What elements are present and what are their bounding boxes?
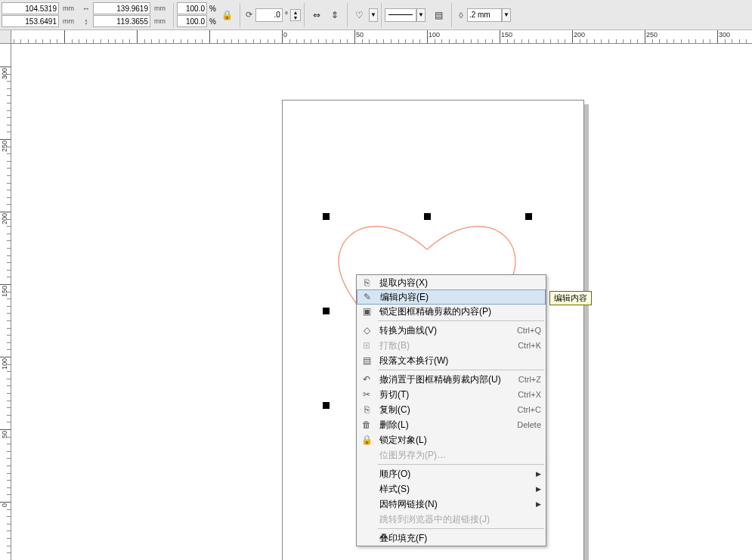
menu-label: 顺序(O) xyxy=(376,468,531,481)
break-icon: ⊞ xyxy=(357,340,376,351)
menu-lock-powerclip[interactable]: ▣ 锁定图框精确剪裁的内容(P) xyxy=(357,304,546,319)
context-menu: ⎘ 提取内容(X) ✎ 编辑内容(E) ▣ 锁定图框精确剪裁的内容(P) ◇ 转… xyxy=(356,274,546,546)
menu-break-apart: ⊞ 打散(B) Ctrl+K xyxy=(357,338,546,353)
mirror-v-button[interactable]: ⇕ xyxy=(326,7,343,23)
menu-shortcut: Ctrl+Q xyxy=(511,326,541,335)
unit-label: mm xyxy=(151,5,169,12)
lock-ratio-button[interactable]: 🔒 xyxy=(219,7,236,23)
menu-jump-to-hyperlink: 跳转到浏览器中的超链接(J) xyxy=(357,512,546,527)
position-y-input[interactable] xyxy=(2,15,59,27)
percent-label: % xyxy=(207,5,218,13)
rotation-spinner[interactable]: ▲▼ xyxy=(290,9,301,21)
menu-label: 删除(L) xyxy=(376,419,511,432)
unit-label: mm xyxy=(151,17,169,25)
toolbar-divider xyxy=(451,3,452,27)
menu-separator xyxy=(378,528,544,529)
menu-label: 位图另存为(P)… xyxy=(376,449,541,462)
delete-icon: 🗑 xyxy=(357,419,376,430)
submenu-arrow-icon: ▶ xyxy=(531,485,541,493)
scale-y-input[interactable] xyxy=(177,15,207,27)
height-icon: ↕ xyxy=(80,15,92,27)
selection-handle-n[interactable] xyxy=(424,213,431,220)
wrap-text-button[interactable]: ▤ xyxy=(431,7,447,23)
percent-label: % xyxy=(207,17,218,26)
menu-lock-object[interactable]: 🔒 锁定对象(L) xyxy=(357,432,546,447)
shape-heart-button[interactable]: ♡ xyxy=(351,7,368,23)
blurred-region xyxy=(646,492,752,560)
scale-group: % % xyxy=(177,2,218,27)
menu-label: 锁定对象(L) xyxy=(376,434,541,447)
menu-label: 剪切(T) xyxy=(376,388,512,401)
outline-style-preview[interactable] xyxy=(385,8,416,22)
mirror-h-button[interactable]: ⇔ xyxy=(308,7,325,23)
menu-label: 叠印填充(F) xyxy=(376,532,541,545)
menu-shortcut: Ctrl+C xyxy=(512,405,541,414)
menu-shortcut: Ctrl+X xyxy=(512,390,541,399)
degree-label: ° xyxy=(283,11,290,19)
menu-cut[interactable]: ✂ 剪切(T) Ctrl+X xyxy=(357,387,546,402)
rotation-input[interactable] xyxy=(255,8,283,22)
property-bar: mm mm ↔ mm ↕ mm % % 🔒 ⟳ ° ▲▼ ⇔ xyxy=(0,0,752,30)
selection-handle-sw[interactable] xyxy=(323,402,330,409)
menu-label: 因特网链接(N) xyxy=(376,498,531,511)
menu-label: 打散(B) xyxy=(376,339,512,352)
menu-shortcut: Ctrl+Z xyxy=(512,375,541,384)
menu-delete[interactable]: 🗑 删除(L) Delete xyxy=(357,417,546,432)
menu-undo[interactable]: ↶ 撤消置于图框精确剪裁内部(U) Ctrl+Z xyxy=(357,372,546,387)
toolbar-divider xyxy=(173,3,174,27)
vertical-ruler[interactable]: 300250200150100500 xyxy=(0,44,11,560)
toolbar-divider xyxy=(381,3,382,27)
shape-dropdown[interactable]: ▼ xyxy=(369,8,378,22)
extract-icon: ⎘ xyxy=(357,277,376,288)
menu-separator xyxy=(378,370,544,370)
rotation-icon: ⟳ xyxy=(243,9,255,21)
unit-label: mm xyxy=(60,17,77,25)
menu-label: 跳转到浏览器中的超链接(J) xyxy=(376,513,541,526)
selection-handle-nw[interactable] xyxy=(323,213,330,220)
selection-handle-w[interactable] xyxy=(323,308,330,314)
menu-label: 锁定图框精确剪裁的内容(P) xyxy=(376,305,541,318)
edit-icon: ✎ xyxy=(357,292,377,302)
width-input[interactable] xyxy=(93,2,150,14)
menu-separator xyxy=(378,320,544,321)
menu-label: 提取内容(X) xyxy=(376,277,541,289)
selection-handle-ne[interactable] xyxy=(525,213,532,220)
toolbar-divider xyxy=(347,3,348,27)
position-group: mm mm xyxy=(2,2,77,27)
cut-icon: ✂ xyxy=(357,389,376,400)
outline-width-icon: ◊ xyxy=(455,9,467,21)
menu-style[interactable]: 样式(S) ▶ xyxy=(357,481,546,497)
menu-shortcut: Ctrl+K xyxy=(512,341,541,350)
submenu-arrow-icon: ▶ xyxy=(531,470,541,478)
menu-label: 复制(C) xyxy=(376,404,512,416)
width-icon: ↔ xyxy=(80,2,92,14)
toolbar-divider xyxy=(304,3,305,27)
height-input[interactable] xyxy=(93,15,150,27)
lock-icon: 🔒 xyxy=(357,435,376,445)
menu-wrap-paragraph[interactable]: ▤ 段落文本换行(W) xyxy=(357,353,546,368)
outline-width-dropdown[interactable]: ▼ xyxy=(502,8,511,22)
outline-style-dropdown[interactable]: ▼ xyxy=(416,8,426,22)
position-x-input[interactable] xyxy=(2,2,59,14)
outline-width-input[interactable] xyxy=(467,8,502,22)
menu-extract-contents[interactable]: ⎘ 提取内容(X) xyxy=(357,275,546,290)
lockclip-icon: ▣ xyxy=(357,306,376,317)
ruler-origin[interactable] xyxy=(0,30,11,44)
menu-label: 编辑内容(E) xyxy=(377,291,540,304)
menu-internet-link[interactable]: 因特网链接(N) ▶ xyxy=(357,497,546,512)
menu-overprint-fill[interactable]: 叠印填充(F) xyxy=(357,531,546,546)
menu-separator xyxy=(378,464,544,465)
menu-order[interactable]: 顺序(O) ▶ xyxy=(357,466,546,481)
copy-icon: ⎘ xyxy=(357,404,376,415)
scale-x-input[interactable] xyxy=(177,2,207,14)
menu-copy[interactable]: ⎘ 复制(C) Ctrl+C xyxy=(357,402,546,417)
toolbar-divider xyxy=(240,3,240,27)
submenu-arrow-icon: ▶ xyxy=(531,500,541,508)
horizontal-ruler[interactable]: 050100150200250300 xyxy=(11,30,752,44)
menu-label: 段落文本换行(W) xyxy=(376,354,541,367)
menu-edit-contents[interactable]: ✎ 编辑内容(E) xyxy=(357,289,546,305)
convert-icon: ◇ xyxy=(357,325,376,336)
menu-convert-to-curves[interactable]: ◇ 转换为曲线(V) Ctrl+Q xyxy=(357,323,546,338)
menu-label: 转换为曲线(V) xyxy=(376,324,511,337)
menu-label: 样式(S) xyxy=(376,483,531,496)
